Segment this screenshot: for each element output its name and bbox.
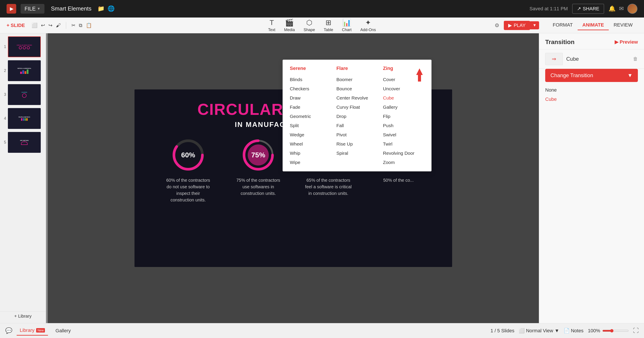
dropdown-item-wheel[interactable]: Wheel bbox=[287, 140, 334, 148]
main-area: 1 CIRCULAR INDICATORS 2 VERTICAL & HORIZ… bbox=[0, 33, 644, 323]
toolbar-icons: ⬜ ↩ ↪ 🖌 ✂ ⧉ 📋 bbox=[32, 22, 92, 29]
dropdown-item-cube[interactable]: Cube bbox=[380, 94, 427, 102]
notes-button[interactable]: 📄 Notes bbox=[564, 328, 583, 333]
addons-tool[interactable]: ✦ Add-Ons bbox=[360, 19, 376, 32]
slide-preview-2: VERTICAL & HORIZONTAL bbox=[8, 60, 41, 81]
paste-icon[interactable]: 📋 bbox=[86, 23, 92, 28]
second-toolbar: + SLIDE ⬜ ↩ ↪ 🖌 ✂ ⧉ 📋 T Text 🎬 Media ⬡ S… bbox=[0, 18, 644, 33]
dropdown-item-draw[interactable]: Draw bbox=[287, 94, 334, 102]
play-preview-icon: ▶ bbox=[615, 39, 618, 45]
change-transition-button[interactable]: Change Transition ▼ bbox=[545, 69, 638, 82]
slide-thumb-5[interactable]: 5 ARC METERS bbox=[0, 131, 46, 154]
tab-review[interactable]: REVIEW bbox=[609, 20, 638, 30]
fullscreen-icon[interactable]: ⛶ bbox=[633, 327, 639, 334]
media-tool[interactable]: 🎬 Media bbox=[284, 19, 295, 32]
folder-icon[interactable]: 📁 bbox=[98, 5, 104, 12]
transition-item-none[interactable]: None bbox=[545, 86, 638, 95]
dropdown-header-serene: Serene bbox=[287, 64, 334, 73]
shape-tool[interactable]: ⬡ Shape bbox=[304, 19, 315, 32]
preview-button[interactable]: ▶ Preview bbox=[615, 39, 638, 45]
normal-view-button[interactable]: ⬜ Normal View ▼ bbox=[519, 328, 559, 333]
slide-thumb-2[interactable]: 2 VERTICAL & HORIZONTAL bbox=[0, 59, 46, 82]
dropdown-item-zoom[interactable]: Zoom bbox=[380, 158, 427, 167]
cut-icon[interactable]: ✂ bbox=[72, 23, 75, 28]
footer-tab-library[interactable]: Library New bbox=[17, 326, 48, 335]
dropdown-item-push[interactable]: Push bbox=[380, 121, 427, 130]
right-tools: ⚙ ▶ PLAY ▼ FORMAT ANIMATE REVIEW bbox=[494, 20, 638, 30]
add-slide-button[interactable]: + SLIDE bbox=[6, 23, 25, 28]
footer: 💬 Library New Gallery 1 / 5 Slides ⬜ Nor… bbox=[0, 323, 644, 338]
slide-layout-icon[interactable]: ⬜ bbox=[32, 23, 38, 28]
dropdown-item-fall[interactable]: Fall bbox=[334, 121, 380, 130]
slide-panel-bottom: + Library bbox=[0, 311, 46, 321]
delete-transition-icon[interactable]: 🗑 bbox=[633, 56, 638, 62]
slide-preview-1: CIRCULAR INDICATORS bbox=[8, 36, 41, 57]
slide-preview-5: ARC METERS bbox=[8, 132, 41, 153]
chat-icon[interactable]: 💬 bbox=[5, 327, 12, 334]
dropdown-item-wipe[interactable]: Wipe bbox=[287, 158, 334, 167]
slides-panel: 1 CIRCULAR INDICATORS 2 VERTICAL & HORIZ… bbox=[0, 33, 46, 323]
chart-desc-1: 60% of the contractors do not use softwa… bbox=[164, 177, 212, 203]
redo-icon[interactable]: ↪ bbox=[48, 23, 52, 28]
format-painter-icon[interactable]: 🖌 bbox=[56, 23, 61, 28]
globe-icon[interactable]: 🌐 bbox=[108, 5, 114, 12]
slide-canvas: CIRCULAR INDICATORS IN MANUFACTURING SEC… bbox=[48, 33, 539, 323]
dropdown-item-uncover[interactable]: Uncover bbox=[380, 84, 427, 93]
dropdown-item-blinds[interactable]: Blinds bbox=[287, 75, 334, 84]
dropdown-item-pivot[interactable]: Pivot bbox=[334, 130, 380, 139]
play-button[interactable]: ▶ PLAY bbox=[504, 21, 530, 30]
avatar[interactable] bbox=[627, 4, 638, 14]
chart-tool[interactable]: 📊 Chart bbox=[342, 19, 352, 32]
dropdown-item-drop[interactable]: Drop bbox=[334, 112, 380, 121]
mail-icon[interactable]: ✉ bbox=[619, 5, 624, 12]
slide-section: + SLIDE ⬜ ↩ ↪ 🖌 ✂ ⧉ 📋 bbox=[6, 22, 92, 29]
dropdown-item-curvy-float[interactable]: Curvy Float bbox=[334, 103, 380, 112]
dropdown-item-checkers[interactable]: Checkers bbox=[287, 84, 334, 93]
dropdown-item-fade[interactable]: Fade bbox=[287, 103, 334, 112]
cube-name-label: Cube bbox=[566, 56, 630, 62]
dropdown-columns: Serene Blinds Checkers Draw Fade Geometr… bbox=[287, 64, 427, 167]
tab-format[interactable]: FORMAT bbox=[548, 20, 578, 30]
zoom-slider[interactable] bbox=[602, 329, 629, 332]
dropdown-item-center-revolve[interactable]: Center Revolve bbox=[334, 94, 380, 102]
transition-item-cube[interactable]: Cube bbox=[545, 95, 638, 104]
app-icon: ▶ bbox=[6, 4, 16, 14]
dropdown-item-rise-up[interactable]: Rise Up bbox=[334, 140, 380, 148]
dropdown-item-wedge[interactable]: Wedge bbox=[287, 130, 334, 139]
new-library-button[interactable]: + Library bbox=[14, 314, 32, 319]
dropdown-item-split[interactable]: Split bbox=[287, 121, 334, 130]
dropdown-item-twirl[interactable]: Twirl bbox=[380, 140, 427, 148]
tab-animate[interactable]: ANIMATE bbox=[578, 20, 609, 30]
slide-thumb-1[interactable]: 1 CIRCULAR INDICATORS bbox=[0, 36, 46, 58]
top-right-icons: 🔔 ✉ bbox=[608, 4, 638, 14]
dropdown-item-whip[interactable]: Whip bbox=[287, 149, 334, 158]
circle-chart-1: 60% bbox=[171, 137, 206, 173]
text-tool[interactable]: T Text bbox=[268, 19, 275, 32]
panel-resize-handle[interactable] bbox=[46, 33, 48, 323]
copy-icon[interactable]: ⧉ bbox=[79, 23, 82, 28]
dropdown-item-bounce[interactable]: Bounce bbox=[334, 84, 380, 93]
bell-icon[interactable]: 🔔 bbox=[608, 5, 616, 12]
dropdown-item-boomer[interactable]: Boomer bbox=[334, 75, 380, 84]
dropdown-item-revolving-door[interactable]: Revolving Door bbox=[380, 149, 427, 158]
dropdown-item-flip[interactable]: Flip bbox=[380, 112, 427, 121]
dropdown-item-swivel[interactable]: Swivel bbox=[380, 130, 427, 139]
chart-desc-3: 65% of the contractors feel a software i… bbox=[304, 177, 352, 197]
slide-thumb-4[interactable]: 4 PEOPLE METRICS bbox=[0, 107, 46, 130]
dropdown-item-gallery[interactable]: Gallery bbox=[380, 103, 427, 112]
dropdown-item-spiral[interactable]: Spiral bbox=[334, 149, 380, 158]
undo-icon[interactable]: ↩ bbox=[41, 23, 45, 28]
red-arrow-indicator bbox=[414, 68, 425, 82]
file-menu-button[interactable]: FILE ▼ bbox=[20, 4, 44, 14]
project-name: Smart Elements bbox=[51, 5, 92, 12]
slide-thumb-3[interactable]: 3 CLOCKS bbox=[0, 83, 46, 106]
new-badge: New bbox=[36, 328, 45, 332]
footer-tab-gallery[interactable]: Gallery bbox=[52, 326, 74, 335]
cube-preview-thumbnail: ⇒ bbox=[545, 53, 563, 65]
play-dropdown-button[interactable]: ▼ bbox=[530, 21, 539, 29]
transition-dropdown: Serene Blinds Checkers Draw Fade Geometr… bbox=[282, 60, 432, 171]
dropdown-item-geometric[interactable]: Geometric bbox=[287, 112, 334, 121]
table-tool[interactable]: ⊞ Table bbox=[324, 19, 333, 32]
settings-icon[interactable]: ⚙ bbox=[494, 22, 500, 29]
share-button[interactable]: ↗ SHARE bbox=[572, 4, 604, 14]
